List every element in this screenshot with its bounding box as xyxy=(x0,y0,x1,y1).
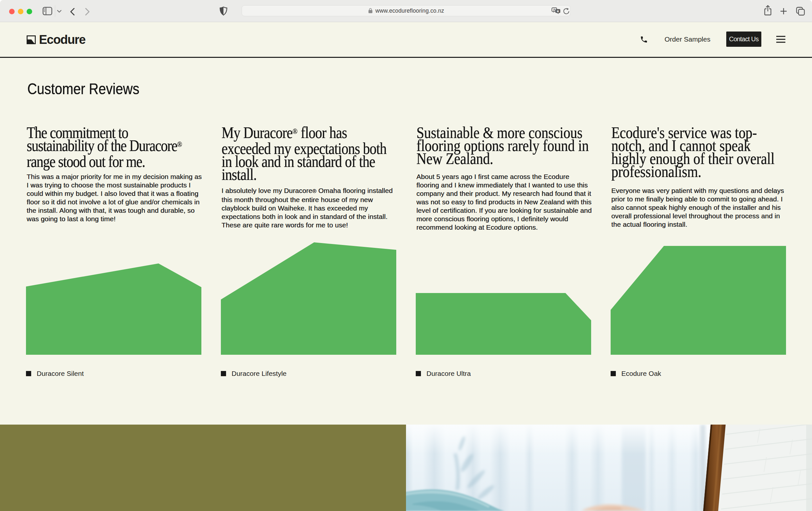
svg-text:★: ★ xyxy=(556,9,559,13)
svg-text:A: A xyxy=(553,8,555,11)
